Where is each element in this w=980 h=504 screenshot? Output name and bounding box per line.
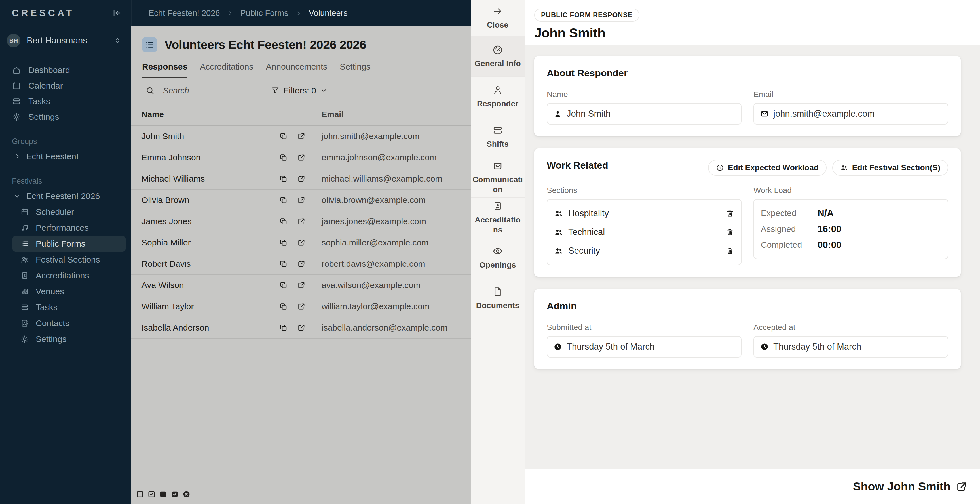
close-panel-button[interactable]: Close (471, 0, 525, 36)
work-related-card: Work Related Edit Expected Workload Edit… (534, 148, 961, 277)
tab-responses[interactable]: Responses (142, 62, 188, 78)
eye-icon (492, 246, 503, 257)
breadcrumb-festival[interactable]: Echt Feesten! 2026 (149, 8, 220, 18)
sidebar-group-echt-feesten[interactable]: Echt Feesten! (0, 148, 131, 164)
sidebar-item-public-forms[interactable]: Public Forms (13, 236, 126, 252)
open-external-icon[interactable] (297, 196, 305, 204)
accepted-at-input[interactable]: Thursday 5th of March (753, 336, 948, 357)
tab-announcements[interactable]: Announcements (266, 62, 328, 78)
table-row[interactable]: William Taylor william.taylor@example.co… (131, 296, 471, 317)
delete-section-icon[interactable] (725, 209, 734, 218)
table-row[interactable]: Michael Williams michael.williams@exampl… (131, 168, 471, 190)
row-email: isabella.anderson@example.com (316, 317, 471, 338)
duplicate-icon[interactable] (279, 303, 288, 311)
festival-label: Echt Feesten! 2026 (26, 191, 100, 201)
filters-label: Filters: 0 (283, 86, 316, 95)
open-external-icon[interactable] (297, 324, 305, 332)
table-row[interactable]: Emma Johnson emma.johnson@example.com (131, 147, 471, 168)
collapse-sidebar-icon[interactable] (112, 8, 122, 18)
tasks-icon (21, 303, 29, 312)
table-row[interactable]: Olivia Brown olivia.brown@example.com (131, 190, 471, 211)
rail-item-communication[interactable]: Communication (471, 157, 525, 198)
search-input[interactable]: Search (145, 86, 189, 95)
sidebar-item-label: Settings (36, 334, 66, 344)
show-responder-link[interactable]: Show John Smith (853, 480, 967, 493)
rail-item-accreditations[interactable]: Accreditations (471, 198, 525, 238)
users-icon (554, 209, 563, 218)
table-row[interactable]: Ava Wilson ava.wilson@example.com (131, 275, 471, 296)
sidebar-item-festival-sections[interactable]: Festival Sections (0, 252, 131, 268)
edit-expected-workload-button[interactable]: Edit Expected Workload (708, 160, 827, 175)
duplicate-icon[interactable] (279, 196, 288, 204)
duplicate-icon[interactable] (279, 217, 288, 226)
sidebar-item-performances[interactable]: Performances (0, 220, 131, 236)
submitted-at-input[interactable]: Thursday 5th of March (547, 336, 741, 357)
page-title: Volunteers Echt Feesten! 2026 2026 (164, 38, 366, 52)
open-external-icon[interactable] (297, 281, 305, 289)
duplicate-icon[interactable] (279, 239, 288, 247)
sidebar-festival-echt-feesten-2026[interactable]: Echt Feesten! 2026 (0, 188, 131, 204)
sidebar-item-settings[interactable]: Settings (0, 109, 131, 124)
table-header: Name Email (131, 103, 471, 126)
id-badge-icon (492, 201, 503, 211)
rail-item-documents[interactable]: Documents (471, 278, 525, 318)
sidebar-item-dashboard[interactable]: Dashboard (0, 62, 131, 78)
sidebar-nav: Dashboard Calendar Tasks Settings Groups… (0, 62, 131, 347)
delete-section-icon[interactable] (725, 247, 734, 255)
sidebar-item-festival-tasks[interactable]: Tasks (0, 299, 131, 315)
table-row[interactable]: James Jones james.jones@example.com (131, 211, 471, 232)
duplicate-icon[interactable] (279, 132, 288, 140)
sidebar-item-tasks[interactable]: Tasks (0, 93, 131, 109)
open-external-icon[interactable] (297, 303, 305, 311)
sidebar-item-scheduler[interactable]: Scheduler (0, 204, 131, 220)
sidebar-item-venues[interactable]: Venues (0, 284, 131, 299)
duplicate-icon[interactable] (279, 153, 288, 162)
open-external-icon[interactable] (297, 239, 305, 247)
breadcrumb-current: Volunteers (309, 8, 348, 18)
rail-item-responder[interactable]: Responder (471, 77, 525, 117)
rail-item-general-info[interactable]: General Info (471, 36, 525, 77)
duplicate-icon[interactable] (279, 260, 288, 268)
table-row[interactable]: Sophia Miller sophia.miller@example.com (131, 232, 471, 254)
tab-settings[interactable]: Settings (340, 62, 370, 78)
sidebar-item-festival-settings[interactable]: Settings (0, 331, 131, 347)
sidebar-item-label: Calendar (29, 81, 63, 91)
edit-festival-sections-button[interactable]: Edit Festival Section(S) (832, 160, 948, 175)
open-external-icon[interactable] (297, 175, 305, 183)
sidebar-item-accreditations[interactable]: Accreditations (0, 268, 131, 284)
row-name: John Smith (142, 131, 184, 141)
rail-item-shifts[interactable]: Shifts (471, 117, 525, 157)
rail-item-openings[interactable]: Openings (471, 238, 525, 278)
breadcrumb-public-forms[interactable]: Public Forms (240, 8, 288, 18)
public-form-list-panel: Volunteers Echt Feesten! 2026 2026 Respo… (131, 26, 471, 504)
open-external-icon[interactable] (297, 132, 305, 140)
submitted-at-field: Submitted at Thursday 5th of March (547, 323, 741, 357)
breadcrumb: Echt Feesten! 2026 Public Forms Voluntee… (131, 0, 471, 26)
table-row[interactable]: John Smith john.smith@example.com (131, 126, 471, 147)
duplicate-icon[interactable] (279, 175, 288, 183)
open-external-icon[interactable] (297, 260, 305, 268)
chevron-down-icon (14, 192, 21, 200)
responder-name-input[interactable]: John Smith (547, 103, 741, 124)
duplicate-icon[interactable] (279, 281, 288, 289)
table-row[interactable]: Robert Davis robert.davis@example.com (131, 254, 471, 275)
responder-email-value: john.smith@example.com (773, 109, 875, 119)
filters-dropdown[interactable]: Filters: 0 (271, 86, 328, 95)
chevron-right-icon (227, 10, 234, 17)
gear-icon (21, 335, 29, 343)
user-menu[interactable]: BH Bert Hausmans (0, 26, 131, 55)
tab-accreditations[interactable]: Accreditations (200, 62, 253, 78)
sidebar-item-calendar[interactable]: Calendar (0, 78, 131, 93)
responder-name-value: John Smith (566, 109, 611, 119)
duplicate-icon[interactable] (279, 324, 288, 332)
status-legend (136, 490, 191, 498)
users-icon (554, 246, 563, 255)
delete-section-icon[interactable] (725, 228, 734, 236)
open-external-icon[interactable] (297, 153, 305, 162)
sections-box: Hospitality Technical Security (547, 199, 741, 265)
sidebar-item-contacts[interactable]: Contacts (0, 315, 131, 331)
sidebar-item-label: Tasks (36, 303, 57, 312)
open-external-icon[interactable] (297, 217, 305, 226)
table-row[interactable]: Isabella Anderson isabella.anderson@exam… (131, 317, 471, 338)
responder-email-input[interactable]: john.smith@example.com (753, 103, 948, 124)
